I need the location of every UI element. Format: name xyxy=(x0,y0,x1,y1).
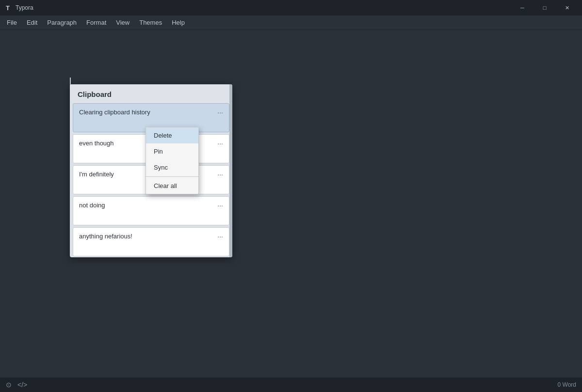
source-mode-icon[interactable]: ⊙ xyxy=(6,381,12,389)
statusbar-left: ⊙ </> xyxy=(6,381,27,389)
app-icon: T xyxy=(4,4,12,12)
context-menu-pin[interactable]: Pin xyxy=(146,143,198,159)
context-menu-separator xyxy=(146,176,198,177)
editor-area[interactable]: Clipboard Clearing clipboard history ···… xyxy=(0,30,582,377)
context-menu: Delete Pin Sync Clear all xyxy=(146,127,199,194)
menu-themes[interactable]: Themes xyxy=(134,17,167,28)
clipboard-item-text-1: Clearing clipboard history xyxy=(79,109,223,116)
menu-view[interactable]: View xyxy=(111,17,134,28)
clipboard-item-text-4: not doing xyxy=(79,202,223,209)
minimize-button[interactable]: ─ xyxy=(511,0,534,16)
menu-edit[interactable]: Edit xyxy=(22,17,42,28)
clipboard-item-5[interactable]: anything nefarious! ··· xyxy=(73,227,229,256)
clipboard-item-more-5[interactable]: ··· xyxy=(215,232,225,241)
clipboard-item-4[interactable]: not doing ··· xyxy=(73,196,229,225)
menu-help[interactable]: Help xyxy=(167,17,190,28)
maximize-button[interactable]: □ xyxy=(534,0,556,16)
statusbar: ⊙ </> 0 Word xyxy=(0,377,582,392)
clipboard-item-text-5: anything nefarious! xyxy=(79,233,223,240)
menu-format[interactable]: Format xyxy=(81,17,111,28)
clipboard-item-more-1[interactable]: ··· xyxy=(215,108,225,117)
close-button[interactable]: ✕ xyxy=(556,0,578,16)
code-view-icon[interactable]: </> xyxy=(17,381,27,389)
clipboard-scrollbar[interactable] xyxy=(229,84,232,257)
context-menu-clear-all[interactable]: Clear all xyxy=(146,178,198,194)
window-title: Typora xyxy=(16,4,511,11)
menubar: File Edit Paragraph Format View Themes H… xyxy=(0,16,582,30)
word-count: 0 Word xyxy=(558,381,576,388)
clipboard-header: Clipboard xyxy=(70,84,232,102)
menu-paragraph[interactable]: Paragraph xyxy=(42,17,81,28)
window-controls: ─ □ ✕ xyxy=(511,0,578,16)
titlebar: T Typora ─ □ ✕ xyxy=(0,0,582,16)
menu-file[interactable]: File xyxy=(2,17,22,28)
context-menu-sync[interactable]: Sync xyxy=(146,159,198,175)
clipboard-item-more-2[interactable]: ··· xyxy=(215,139,225,148)
clipboard-item-more-4[interactable]: ··· xyxy=(215,201,225,210)
context-menu-delete[interactable]: Delete xyxy=(146,127,198,143)
clipboard-item-more-3[interactable]: ··· xyxy=(215,170,225,179)
